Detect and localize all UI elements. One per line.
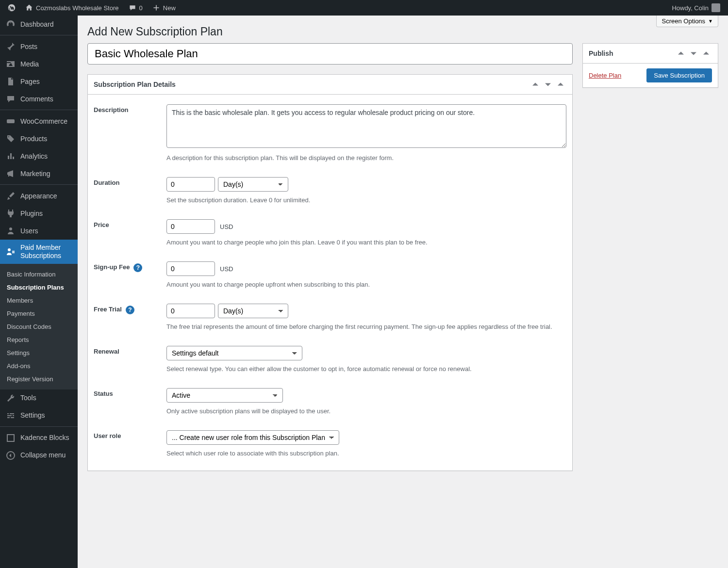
media-icon (6, 59, 16, 69)
publish-heading: Publish (589, 44, 613, 63)
svg-point-2 (8, 248, 11, 251)
pin-icon (6, 42, 16, 51)
submenu-settings[interactable]: Settings (0, 346, 78, 359)
user-role-select[interactable]: ... Create new user role from this Subsc… (166, 430, 339, 445)
chevron-down-icon: ▼ (708, 18, 713, 24)
woocommerce-icon (6, 116, 16, 126)
avatar (711, 3, 720, 12)
description-textarea[interactable] (166, 104, 566, 148)
admin-bar: Cozmoslabs Wholesale Store 0 New Howdy, … (0, 0, 728, 16)
signup-fee-help: Amount you want to charge people upfront… (166, 281, 566, 288)
renewal-select[interactable]: Settings default (166, 346, 302, 360)
submenu-subscription-plans[interactable]: Subscription Plans (0, 281, 78, 294)
publish-box: Publish Delete Plan Save Subscription (582, 43, 718, 88)
menu-woocommerce[interactable]: WooCommerce (0, 113, 78, 130)
description-help: A description for this subscription plan… (166, 154, 566, 162)
duration-input[interactable] (166, 177, 215, 192)
menu-settings[interactable]: Settings (0, 407, 78, 424)
price-input[interactable] (166, 219, 215, 234)
user-role-label: User role (94, 430, 166, 457)
user-role-help: Select which user role to associate with… (166, 450, 566, 457)
move-down-button[interactable] (542, 79, 554, 90)
plus-icon (152, 4, 160, 12)
svg-point-1 (9, 227, 12, 230)
new-label: New (163, 4, 176, 12)
status-label: Status (94, 388, 166, 415)
menu-appearance[interactable]: Appearance (0, 187, 78, 205)
menu-pages[interactable]: Pages (0, 73, 78, 90)
account-link[interactable]: Howdy, Colin (668, 0, 724, 16)
subscription-icon (6, 247, 16, 257)
submenu-members[interactable]: Members (0, 294, 78, 307)
submenu-register-version[interactable]: Register Version (0, 373, 78, 386)
free-trial-label: Free Trial (94, 306, 122, 313)
menu-comments[interactable]: Comments (0, 90, 78, 108)
move-up-button[interactable] (675, 48, 687, 59)
plug-icon (6, 209, 16, 218)
toggle-panel-button[interactable] (700, 48, 712, 59)
price-currency: USD (220, 223, 233, 230)
toggle-panel-button[interactable] (555, 79, 566, 90)
users-icon (6, 226, 16, 236)
menu-tools[interactable]: Tools (0, 389, 78, 407)
plan-title-input[interactable] (87, 43, 573, 65)
status-select[interactable]: Active (166, 388, 283, 403)
products-icon (6, 134, 16, 144)
help-icon[interactable]: ? (126, 306, 134, 314)
wp-logo[interactable] (4, 0, 19, 16)
free-trial-help: The free trial represents the amount of … (166, 323, 566, 330)
renewal-label: Renewal (94, 346, 166, 373)
brush-icon (6, 191, 16, 201)
submenu: Basic Information Subscription Plans Mem… (0, 264, 78, 389)
description-label: Description (94, 104, 166, 162)
submenu-discount-codes[interactable]: Discount Codes (0, 320, 78, 333)
megaphone-icon (6, 169, 16, 179)
delete-plan-link[interactable]: Delete Plan (589, 72, 621, 79)
wordpress-icon (8, 4, 16, 12)
menu-posts[interactable]: Posts (0, 38, 78, 55)
submenu-payments[interactable]: Payments (0, 307, 78, 320)
help-icon[interactable]: ? (133, 263, 142, 272)
menu-paid-member-subscriptions[interactable]: Paid Member Subscriptions (0, 240, 78, 264)
main-content: Screen Options ▼ Add New Subscription Pl… (78, 16, 728, 568)
comment-icon (129, 4, 136, 12)
renewal-help: Select renewal type. You can either allo… (166, 365, 566, 373)
pages-icon (6, 77, 16, 86)
menu-analytics[interactable]: Analytics (0, 147, 78, 165)
comments-icon (6, 94, 16, 104)
svg-rect-3 (7, 435, 14, 441)
screen-options-button[interactable]: Screen Options ▼ (656, 16, 718, 27)
menu-users[interactable]: Users (0, 222, 78, 240)
site-link[interactable]: Cozmoslabs Wholesale Store (21, 0, 123, 16)
duration-help: Set the subscription duration. Leave 0 f… (166, 196, 566, 204)
home-icon (25, 4, 33, 12)
signup-fee-label: Sign-up Fee (94, 263, 130, 271)
site-name: Cozmoslabs Wholesale Store (36, 4, 119, 12)
free-trial-input[interactable] (166, 304, 215, 318)
new-link[interactable]: New (149, 0, 180, 16)
menu-media[interactable]: Media (0, 55, 78, 73)
submenu-add-ons[interactable]: Add-ons (0, 359, 78, 373)
status-help: Only active subscription plans will be d… (166, 407, 566, 415)
signup-fee-input[interactable] (166, 261, 215, 276)
menu-dashboard[interactable]: Dashboard (0, 16, 78, 33)
menu-kadence-blocks[interactable]: Kadence Blocks (0, 429, 78, 447)
move-down-button[interactable] (688, 48, 699, 59)
comments-link[interactable]: 0 (125, 0, 147, 16)
move-up-button[interactable] (529, 79, 541, 90)
signup-fee-currency: USD (220, 265, 233, 273)
kadence-icon (6, 433, 16, 443)
save-subscription-button[interactable]: Save Subscription (646, 68, 712, 82)
menu-plugins[interactable]: Plugins (0, 205, 78, 222)
subscription-details-box: Subscription Plan Details Description (87, 74, 573, 471)
menu-marketing[interactable]: Marketing (0, 165, 78, 182)
menu-collapse[interactable]: Collapse menu (0, 447, 78, 464)
wrench-icon (6, 393, 16, 403)
admin-menu: Dashboard Posts Media Pages Comments Woo… (0, 16, 78, 568)
free-trial-unit-select[interactable]: Day(s) (218, 304, 288, 318)
menu-products[interactable]: Products (0, 130, 78, 147)
submenu-basic-information[interactable]: Basic Information (0, 268, 78, 281)
duration-unit-select[interactable]: Day(s) (218, 177, 288, 192)
svg-rect-0 (7, 119, 15, 123)
submenu-reports[interactable]: Reports (0, 333, 78, 346)
